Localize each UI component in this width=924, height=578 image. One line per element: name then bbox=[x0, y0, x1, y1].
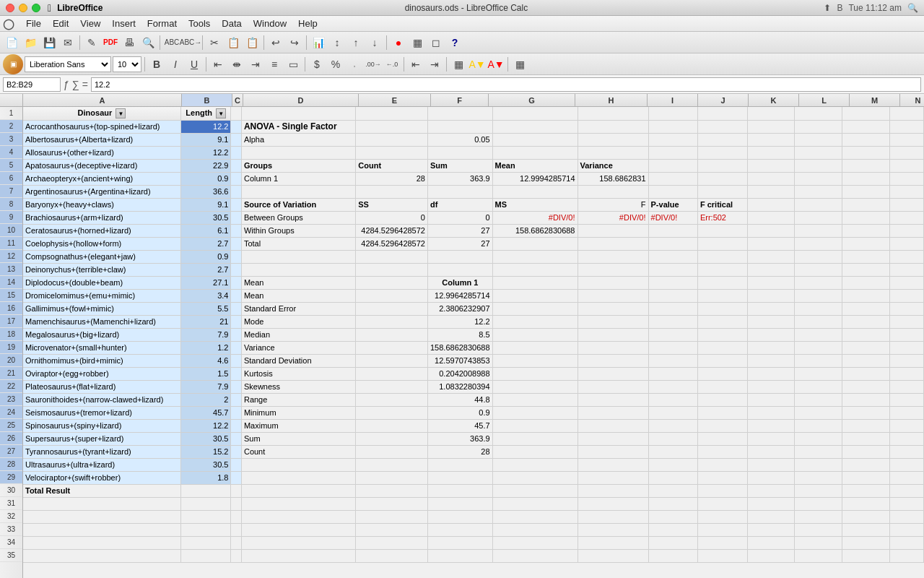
grid-content[interactable]: Dinosaur ▼Length ▼Acrocanthosaurus+(top-… bbox=[23, 107, 924, 578]
menu-window[interactable]: Window bbox=[248, 17, 292, 30]
col-header-G[interactable]: G bbox=[489, 94, 575, 106]
row-number: 8 bbox=[0, 198, 22, 211]
minimize-button[interactable] bbox=[19, 4, 27, 12]
col-header-B[interactable]: B bbox=[182, 94, 232, 106]
column-a-filter[interactable]: ▼ bbox=[116, 108, 126, 118]
indent-less-button[interactable]: ⇤ bbox=[407, 56, 424, 73]
col-header-J[interactable]: J bbox=[698, 94, 749, 106]
autocorrect-button[interactable]: ABC→ bbox=[182, 34, 199, 51]
col-header-L[interactable]: L bbox=[799, 94, 850, 106]
save-button[interactable]: 💾 bbox=[40, 34, 58, 51]
percent-button[interactable]: % bbox=[327, 56, 344, 73]
formula-sum-icon[interactable]: ∑ bbox=[72, 79, 79, 90]
formula-equals-icon[interactable]: = bbox=[82, 79, 88, 90]
row-number: 1 bbox=[0, 107, 22, 120]
decimal-more-button[interactable]: .00→ bbox=[365, 56, 382, 73]
menu-view[interactable]: View bbox=[74, 17, 106, 30]
merge-cells-button[interactable]: ▭ bbox=[284, 56, 302, 73]
formula-function-icon[interactable]: ƒ bbox=[64, 79, 69, 90]
maximize-button[interactable] bbox=[32, 4, 40, 12]
table-row bbox=[23, 510, 924, 523]
row-numbers: 1234567891011121314151617181920212223242… bbox=[0, 107, 23, 578]
close-button[interactable] bbox=[6, 4, 14, 12]
table-row: Albertosaurus+(Alberta+lizard)9.1Alpha0.… bbox=[23, 133, 924, 146]
table-row: Argentinosaurus+(Argentina+lizard)36.6 bbox=[23, 185, 924, 198]
justify-button[interactable]: ≡ bbox=[266, 56, 283, 73]
menu-help[interactable]: Help bbox=[292, 17, 323, 30]
sort-asc-button[interactable]: ↑ bbox=[347, 34, 365, 51]
align-center-button[interactable]: ⇼ bbox=[228, 56, 245, 73]
edit-button[interactable]: ✎ bbox=[83, 34, 100, 51]
underline-button[interactable]: U bbox=[186, 56, 203, 73]
menu-data[interactable]: Data bbox=[216, 17, 247, 30]
separator1 bbox=[79, 35, 80, 50]
currency-button[interactable]: $ bbox=[308, 56, 326, 73]
font-name-select[interactable]: Liberation Sans bbox=[25, 56, 111, 72]
new-button[interactable]: 📄 bbox=[3, 34, 20, 51]
menu-insert[interactable]: Insert bbox=[106, 17, 141, 30]
col-header-I[interactable]: I bbox=[648, 94, 698, 106]
align-left-button[interactable]: ⇤ bbox=[209, 56, 227, 73]
decimal-less-button[interactable]: ←.0 bbox=[383, 56, 401, 73]
print-button[interactable]: 🖶 bbox=[121, 34, 138, 51]
separator11 bbox=[446, 57, 447, 72]
row-number: 35 bbox=[0, 549, 22, 562]
formula-input[interactable]: 12.2 bbox=[91, 77, 921, 92]
search-icon[interactable]: 🔍 bbox=[907, 3, 918, 13]
col-header-H[interactable]: H bbox=[575, 94, 648, 106]
paste-button[interactable]: 📋 bbox=[243, 34, 261, 51]
table-row: Coelophysis+(hollow+form)2.7Total4284.52… bbox=[23, 237, 924, 250]
sort-button[interactable]: ↕ bbox=[328, 34, 346, 51]
email-button[interactable]: ✉ bbox=[59, 34, 77, 51]
menu-format[interactable]: Format bbox=[141, 17, 183, 30]
table-button[interactable]: ▦ bbox=[409, 34, 426, 51]
grid-icon[interactable]: ▦ bbox=[511, 56, 528, 73]
align-right-button[interactable]: ⇥ bbox=[247, 56, 264, 73]
style-refresh-icon: ▣ bbox=[3, 54, 23, 74]
menu-edit[interactable]: Edit bbox=[47, 17, 74, 30]
copy-button[interactable]: 📋 bbox=[225, 34, 242, 51]
col-header-N[interactable]: N bbox=[900, 94, 924, 106]
highlight-color-button[interactable]: A▼ bbox=[468, 56, 486, 73]
font-color-button[interactable]: A▼ bbox=[487, 56, 505, 73]
separator5 bbox=[306, 35, 307, 50]
help-button[interactable]: ? bbox=[446, 34, 463, 51]
col-header-K[interactable]: K bbox=[749, 94, 799, 106]
thousands-button[interactable]: , bbox=[346, 56, 363, 73]
redo-button[interactable]: ↪ bbox=[286, 34, 303, 51]
cell-reference-box[interactable]: B2:B29 bbox=[3, 77, 61, 92]
table-row: Ornithomimus+(bird+mimic)4.6Standard Dev… bbox=[23, 354, 924, 367]
col-header-A[interactable]: A bbox=[23, 94, 182, 106]
col-header-D[interactable]: D bbox=[243, 94, 359, 106]
chart-button[interactable]: 📊 bbox=[310, 34, 327, 51]
indent-more-button[interactable]: ⇥ bbox=[426, 56, 443, 73]
bluetooth-icon: B bbox=[837, 3, 842, 13]
spell-check-button[interactable]: ABC bbox=[163, 34, 180, 51]
row-number: 3 bbox=[0, 133, 22, 146]
column-b-filter[interactable]: ▼ bbox=[216, 108, 226, 118]
menu-tools[interactable]: Tools bbox=[183, 17, 216, 30]
upload-icon: ⬆ bbox=[824, 3, 831, 13]
undo-button[interactable]: ↩ bbox=[267, 34, 284, 51]
sort-desc-button[interactable]: ↓ bbox=[366, 34, 383, 51]
col-header-M[interactable]: M bbox=[850, 94, 900, 106]
col-header-C[interactable]: C bbox=[232, 94, 243, 106]
bold-button[interactable]: B bbox=[148, 56, 165, 73]
cut-button[interactable]: ✂ bbox=[206, 34, 223, 51]
font-size-select[interactable]: 10 bbox=[113, 56, 141, 72]
form-button[interactable]: ◻ bbox=[427, 34, 445, 51]
pdf-button[interactable]: PDF bbox=[102, 34, 119, 51]
macro-button[interactable]: ● bbox=[390, 34, 407, 51]
spreadsheet-area: A B C D E F G H I J K L M N 123456789101… bbox=[0, 94, 924, 578]
open-button[interactable]: 📁 bbox=[22, 34, 39, 51]
menu-file[interactable]: File bbox=[20, 17, 47, 30]
table-row bbox=[23, 523, 924, 536]
row-number: 5 bbox=[0, 159, 22, 172]
table-row: Tyrannosaurus+(tyrant+lizard)15.2Count28 bbox=[23, 445, 924, 458]
borders-button[interactable]: ▦ bbox=[450, 56, 467, 73]
col-header-E[interactable]: E bbox=[359, 94, 431, 106]
print-preview-button[interactable]: 🔍 bbox=[139, 34, 157, 51]
italic-button[interactable]: I bbox=[167, 56, 184, 73]
col-header-F[interactable]: F bbox=[431, 94, 489, 106]
row-number: 33 bbox=[0, 523, 22, 536]
